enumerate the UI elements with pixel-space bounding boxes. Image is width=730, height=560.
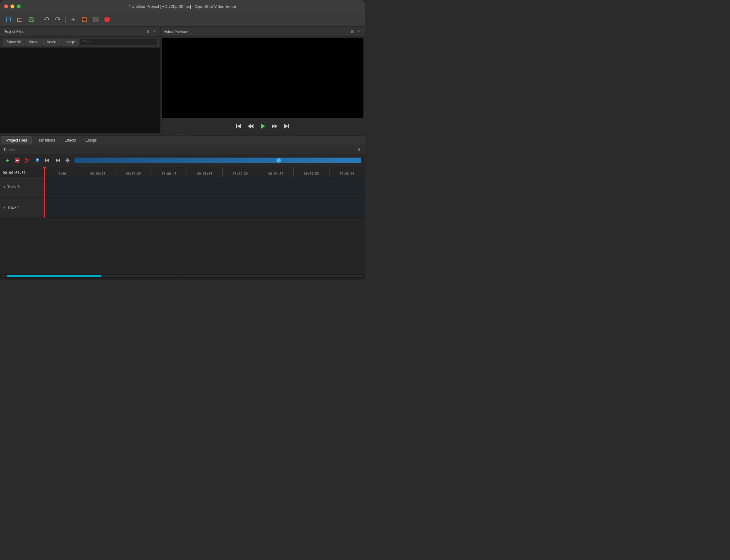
svg-marker-16	[248, 124, 251, 128]
video-preview-area	[162, 38, 363, 118]
svg-marker-19	[274, 124, 277, 128]
track-name-track-4: Track 4	[7, 205, 20, 210]
ruler-mark-label: 00:02:08	[339, 172, 354, 175]
close-button[interactable]	[4, 4, 8, 8]
open-button[interactable]	[15, 14, 25, 24]
video-preview-expand-icon[interactable]: ⊞	[349, 29, 355, 34]
svg-marker-32	[56, 159, 59, 162]
add-track-button[interactable]: +	[3, 156, 12, 165]
ruler-mark-label: 00:00:16	[90, 172, 105, 175]
tab-emojis[interactable]: Emojis	[81, 137, 101, 144]
ruler-mark: 00:02:08	[329, 167, 365, 177]
add-clip-button[interactable]: +	[68, 14, 78, 24]
svg-marker-4	[45, 18, 46, 20]
toolbar-separator-1	[39, 16, 39, 23]
track-chevron-icon[interactable]: ▼	[3, 206, 6, 209]
video-preview-panel: Video Preview ⊞ ✕	[160, 27, 365, 133]
prev-marker-button[interactable]	[43, 156, 52, 165]
track-header-track-4: ▼Track 4	[0, 197, 44, 218]
video-preview-close-icon[interactable]: ✕	[356, 29, 361, 34]
video-preview-title: Video Preview	[164, 30, 188, 34]
filter-row: Show All Video Audio Image	[0, 37, 160, 48]
show-all-button[interactable]: Show All	[3, 39, 24, 46]
film-button[interactable]	[79, 14, 89, 24]
project-files-header: Project Files ⊞ ✕	[0, 27, 160, 37]
filter-input[interactable]	[80, 39, 158, 46]
video-filter-button[interactable]: Video	[25, 39, 42, 46]
remove-track-button[interactable]	[13, 156, 22, 165]
cut-button[interactable]	[23, 156, 32, 165]
timeline-progress-bar[interactable]	[74, 158, 361, 163]
svg-marker-17	[261, 123, 265, 129]
timeline-export-icon[interactable]: ⊞	[356, 147, 361, 152]
ruler-mark: 00:00:48	[151, 167, 186, 177]
timeline-progress-handle[interactable]	[276, 158, 281, 163]
timeline-title: Timeline	[3, 148, 18, 152]
scrollbar-thumb[interactable]	[7, 275, 101, 277]
jump-start-button[interactable]	[234, 122, 243, 131]
project-files-expand-icon[interactable]: ⊞	[145, 29, 150, 34]
tab-project-files[interactable]: Project Files	[2, 136, 32, 144]
ruler-mark-label: 00:01:52	[304, 172, 319, 175]
title-bar: * Untitled Project [HD 720p 30 fps] - Op…	[0, 0, 365, 12]
next-marker-button[interactable]	[53, 156, 62, 165]
track-content-track-5	[44, 177, 365, 197]
tab-effects[interactable]: Effects	[60, 137, 80, 144]
ruler-mark-label: 00:01:20	[233, 172, 248, 175]
record-button[interactable]	[102, 14, 112, 24]
undo-button[interactable]	[41, 14, 51, 24]
track-row: ▼Track 5	[0, 177, 365, 197]
svg-marker-34	[65, 159, 67, 162]
ruler-mark: 00:01:52	[293, 167, 329, 177]
marker-button[interactable]	[33, 156, 42, 165]
save-button[interactable]	[26, 14, 36, 24]
audio-filter-button[interactable]: Audio	[43, 39, 60, 46]
track-chevron-icon[interactable]: ▼	[3, 186, 6, 189]
timeline-section: Timeline ⊞ +	[0, 145, 365, 280]
svg-point-28	[37, 159, 38, 160]
redo-button[interactable]	[53, 14, 63, 24]
files-area	[0, 48, 160, 133]
ruler-mark: 00:00:32	[116, 167, 151, 177]
svg-rect-10	[86, 20, 87, 21]
tab-bar: Project Files Transitions Effects Emojis	[0, 135, 365, 145]
project-files-title: Project Files	[3, 30, 24, 34]
playhead[interactable]	[44, 167, 45, 177]
svg-rect-13	[236, 124, 237, 128]
jump-end-button[interactable]	[282, 122, 291, 131]
svg-marker-20	[284, 124, 288, 128]
timeline-ruler: 00:00:00,01 0:0000:00:1600:00:3200:00:48…	[0, 167, 365, 177]
timeline-scrollbar	[0, 274, 365, 278]
svg-rect-31	[59, 159, 60, 162]
play-button[interactable]	[258, 122, 267, 131]
toolbar-separator-2	[65, 16, 66, 23]
project-files-panel: Project Files ⊞ ✕ Show All Video Audio I…	[0, 27, 160, 133]
project-files-header-icons: ⊞ ✕	[145, 29, 157, 34]
tracks-container: ▼Track 5▼Track 4	[0, 177, 365, 274]
ruler-mark: 00:01:36	[258, 167, 293, 177]
track-name-track-5: Track 5	[7, 185, 20, 189]
maximize-button[interactable]	[17, 4, 21, 8]
svg-rect-7	[82, 18, 83, 19]
minimize-button[interactable]	[10, 4, 14, 8]
svg-rect-9	[86, 18, 87, 19]
svg-marker-30	[46, 159, 49, 162]
tab-transitions[interactable]: Transitions	[32, 137, 59, 144]
rewind-button[interactable]	[246, 122, 255, 131]
fast-forward-button[interactable]	[270, 122, 279, 131]
bottom-resize-handle[interactable]: · · · · · ·	[0, 278, 365, 280]
window-title: * Untitled Project [HD 720p 30 fps] - Op…	[129, 4, 236, 9]
center-timeline-button[interactable]	[63, 156, 72, 165]
timeline-toolbar: +	[0, 154, 365, 167]
svg-rect-21	[288, 124, 289, 128]
bottom-resize-dots: · · · · · ·	[173, 278, 191, 280]
ruler-mark: 00:00:16	[80, 167, 115, 177]
export-button[interactable]	[91, 14, 101, 24]
project-files-close-icon[interactable]: ✕	[152, 29, 157, 34]
new-button[interactable]	[3, 14, 14, 24]
svg-rect-8	[82, 20, 83, 21]
svg-rect-6	[82, 18, 87, 21]
traffic-lights	[4, 4, 21, 8]
image-filter-button[interactable]: Image	[61, 39, 78, 46]
svg-marker-35	[68, 159, 70, 162]
